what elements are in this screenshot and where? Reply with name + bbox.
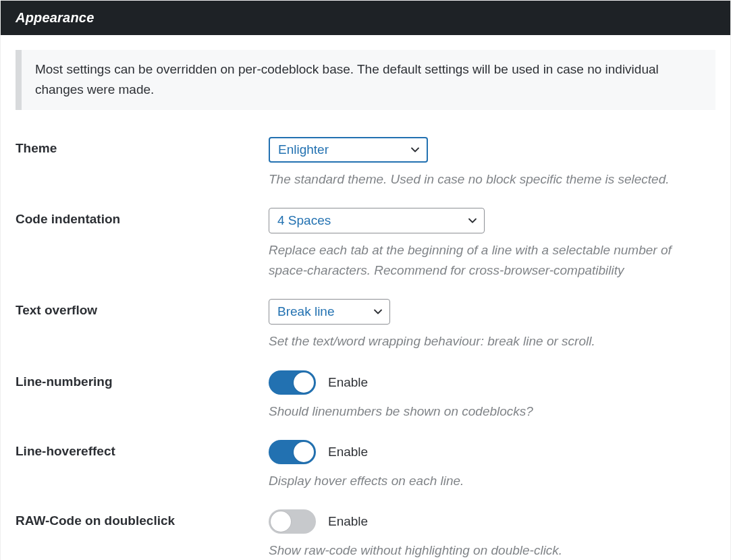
control-rawcode: Enable Show raw-code without highlightin…	[269, 509, 715, 560]
control-theme: Enlighter The standard theme. Used in ca…	[269, 137, 715, 189]
desc-rawcode: Show raw-code without highlighting on do…	[269, 540, 701, 560]
select-theme[interactable]: Enlighter	[269, 137, 428, 163]
desc-linenum: Should linenumbers be shown on codeblock…	[269, 401, 701, 421]
desc-indentation: Replace each tab at the beginning of a l…	[269, 240, 701, 280]
toggle-row-rawcode: Enable	[269, 509, 715, 534]
chevron-down-icon	[466, 215, 479, 227]
control-linenum: Enable Should linenumbers be shown on co…	[269, 370, 715, 421]
desc-overflow: Set the text/word wrapping behaviour: br…	[269, 331, 701, 351]
select-indentation-value: 4 Spaces	[277, 213, 331, 228]
toggle-label-rawcode: Enable	[328, 514, 368, 529]
notice-accent	[16, 50, 22, 110]
notice-block: Most settings can be overridden on per-c…	[16, 50, 715, 110]
select-indentation[interactable]: 4 Spaces	[269, 208, 485, 233]
chevron-down-icon	[409, 144, 421, 156]
toggle-knob	[271, 511, 291, 532]
select-theme-value: Enlighter	[278, 142, 329, 157]
label-overflow: Text overflow	[16, 299, 269, 351]
row-overflow: Text overflow Break line Set the text/wo…	[16, 280, 715, 351]
row-linenum: Line-numbering Enable Should linenumbers…	[16, 352, 715, 421]
toggle-rawcode[interactable]	[269, 509, 316, 534]
appearance-panel: Appearance Most settings can be overridd…	[0, 0, 731, 560]
select-overflow-value: Break line	[277, 304, 335, 319]
toggle-label-linehover: Enable	[328, 445, 368, 459]
label-indentation: Code indentation	[16, 208, 269, 280]
panel-title: Appearance	[16, 10, 94, 25]
control-overflow: Break line Set the text/word wrapping be…	[269, 299, 715, 351]
label-linehover: Line-hovereffect	[16, 440, 269, 491]
row-rawcode: RAW-Code on doubleclick Enable Show raw-…	[16, 491, 715, 560]
toggle-linenum[interactable]	[269, 370, 316, 395]
label-theme: Theme	[16, 137, 269, 189]
toggle-knob	[294, 442, 314, 462]
desc-linehover: Display hover effects on each line.	[269, 471, 701, 491]
select-overflow[interactable]: Break line	[269, 299, 390, 325]
control-linehover: Enable Display hover effects on each lin…	[269, 440, 715, 491]
desc-theme: The standard theme. Used in case no bloc…	[269, 169, 701, 189]
chevron-down-icon	[372, 306, 384, 318]
toggle-label-linenum: Enable	[328, 375, 368, 390]
notice-text: Most settings can be overridden on per-c…	[22, 50, 715, 110]
label-linenum: Line-numbering	[16, 370, 269, 421]
row-linehover: Line-hovereffect Enable Display hover ef…	[16, 421, 715, 491]
row-indentation: Code indentation 4 Spaces Replace each t…	[16, 189, 715, 280]
toggle-knob	[294, 372, 314, 393]
toggle-row-linenum: Enable	[269, 370, 715, 395]
panel-header: Appearance	[1, 1, 730, 35]
toggle-row-linehover: Enable	[269, 440, 715, 464]
label-rawcode: RAW-Code on doubleclick	[16, 509, 269, 560]
row-theme: Theme Enlighter The standard theme. Used…	[16, 118, 715, 189]
toggle-linehover[interactable]	[269, 440, 316, 464]
control-indentation: 4 Spaces Replace each tab at the beginni…	[269, 208, 715, 280]
settings-list: Theme Enlighter The standard theme. Used…	[1, 118, 730, 560]
